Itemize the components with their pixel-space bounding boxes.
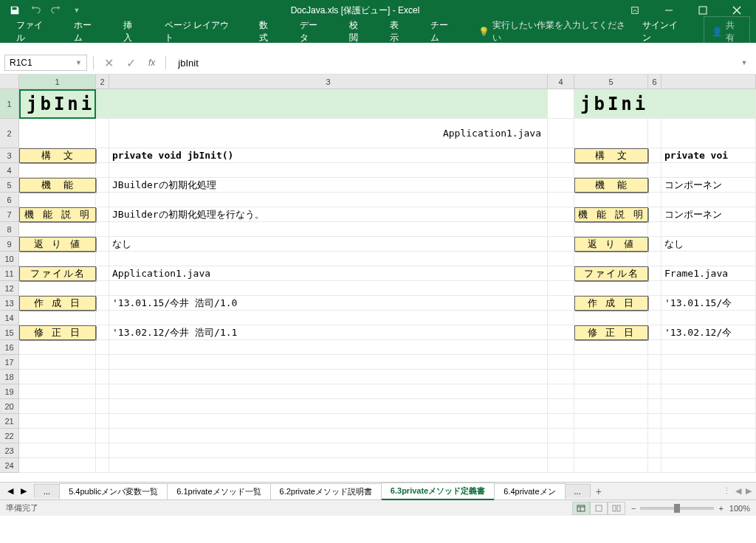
svg-rect-9 — [613, 505, 616, 511]
hscroll-right-icon[interactable]: ▶ — [746, 486, 752, 496]
view-pagebreak-button[interactable] — [608, 502, 625, 515]
label-func[interactable]: 機 能 — [19, 178, 96, 193]
col-header[interactable]: 2 — [96, 75, 109, 89]
active-cell[interactable]: jbInit — [19, 89, 96, 119]
tab-file[interactable]: ファイル — [6, 15, 61, 49]
zoom-thumb[interactable] — [674, 504, 680, 513]
fx-icon[interactable]: fx — [144, 58, 159, 68]
worksheet-tab-ellipsis-right[interactable]: ... — [565, 484, 591, 498]
row-header[interactable]: 9 — [0, 237, 19, 252]
col-header[interactable]: 5 — [574, 75, 648, 89]
formula-expand-button[interactable]: ▼ — [737, 59, 752, 66]
svg-rect-0 — [632, 7, 639, 14]
row-header[interactable]: 23 — [0, 443, 19, 458]
tab-home[interactable]: ホーム — [63, 15, 110, 49]
label-modified[interactable]: 修 正 日 — [19, 325, 96, 340]
row-header[interactable]: 19 — [0, 384, 19, 399]
label-created[interactable]: 作 成 日 — [19, 296, 96, 311]
formula-input[interactable] — [172, 55, 734, 71]
worksheet-tab[interactable]: 6.4privateメン — [494, 483, 565, 499]
row-header[interactable]: 16 — [0, 340, 19, 355]
share-button[interactable]: 👤 共有 — [704, 16, 750, 47]
status-ready: 準備完了 — [6, 502, 38, 513]
col-header[interactable]: 4 — [548, 75, 574, 89]
tab-formulas[interactable]: 数式 — [249, 15, 286, 49]
label-desc[interactable]: 機 能 説 明 — [19, 207, 96, 222]
select-all-corner[interactable] — [0, 75, 19, 89]
row-header[interactable]: 5 — [0, 178, 19, 193]
svg-rect-5 — [577, 505, 585, 511]
label-syntax2[interactable]: 構 文 — [574, 148, 648, 163]
value-file[interactable]: Application1.java — [109, 266, 548, 281]
zoom-slider[interactable]: − + — [631, 504, 724, 513]
row-header[interactable]: 15 — [0, 325, 19, 340]
cell-filename[interactable]: Application1.java — [109, 119, 548, 148]
view-normal-button[interactable] — [572, 502, 590, 515]
tab-team[interactable]: チーム — [420, 15, 467, 49]
undo-button[interactable] — [27, 1, 44, 19]
tab-scroll-left[interactable]: ◀ — [4, 485, 16, 498]
hscroll-left-icon[interactable]: ◀ — [735, 486, 741, 496]
tab-review[interactable]: 校閲 — [339, 15, 377, 49]
cancel-formula-button[interactable]: ✕ — [100, 55, 119, 71]
row-header[interactable]: 18 — [0, 370, 19, 384]
enter-formula-button[interactable]: ✓ — [122, 55, 141, 71]
worksheet-tab-active[interactable]: 6.3privateメソッド定義書 — [381, 483, 495, 500]
row-header[interactable]: 8 — [0, 222, 19, 237]
tab-splitter-icon[interactable]: ⋮ — [723, 486, 731, 496]
qat-customize-button[interactable]: ▼ — [68, 1, 86, 19]
row-header[interactable]: 21 — [0, 414, 19, 429]
worksheet-tab-ellipsis[interactable]: ... — [34, 484, 60, 498]
label-syntax[interactable]: 構 文 — [19, 148, 96, 163]
zoom-level[interactable]: 100% — [729, 504, 750, 513]
label-ret[interactable]: 返 り 値 — [19, 237, 96, 252]
value-ret[interactable]: なし — [109, 237, 548, 252]
tab-scroll-right[interactable]: ▶ — [18, 485, 30, 498]
redo-button[interactable] — [47, 1, 65, 19]
row-header[interactable]: 17 — [0, 355, 19, 370]
svg-rect-8 — [596, 505, 602, 511]
signin-button[interactable]: サインイン — [632, 15, 695, 49]
tab-data[interactable]: データ — [289, 15, 336, 49]
worksheet-grid[interactable]: 1 jbInit jbInit 2 Application1.java 3 構 … — [0, 89, 756, 482]
row-header[interactable]: 13 — [0, 296, 19, 311]
tab-pagelayout[interactable]: ページ レイアウト — [154, 15, 246, 49]
col-header[interactable]: 3 — [109, 75, 548, 89]
add-worksheet-button[interactable]: + — [590, 485, 608, 497]
row-header[interactable]: 14 — [0, 311, 19, 325]
value-func[interactable]: JBuilderの初期化処理 — [109, 178, 548, 193]
row-header[interactable]: 7 — [0, 207, 19, 222]
worksheet-tab[interactable]: 5.4publicメンバ変数一覧 — [59, 483, 168, 499]
name-box[interactable]: R1C1 ▼ — [4, 55, 87, 71]
zoom-in-button[interactable]: + — [718, 504, 723, 513]
cell-jbinit2[interactable]: jbInit — [574, 89, 648, 119]
row-header[interactable]: 24 — [0, 458, 19, 473]
row-header[interactable]: 22 — [0, 429, 19, 443]
row-header[interactable]: 20 — [0, 399, 19, 414]
worksheet-tab[interactable]: 6.1privateメソッド一覧 — [167, 483, 270, 499]
label-file[interactable]: ファイル名 — [19, 266, 96, 281]
row-header[interactable]: 12 — [0, 281, 19, 296]
row-header[interactable]: 4 — [0, 163, 19, 178]
value-created[interactable]: '13.01.15/今井 浩司/1.0 — [109, 296, 548, 311]
row-header[interactable]: 1 — [0, 89, 19, 119]
tab-view[interactable]: 表示 — [379, 15, 417, 49]
value-syntax[interactable]: private void jbInit() — [109, 148, 548, 163]
tab-insert[interactable]: 挿入 — [113, 15, 151, 49]
bulb-icon: 💡 — [478, 27, 489, 37]
value-modified[interactable]: '13.02.12/今井 浩司/1.1 — [109, 325, 548, 340]
col-header[interactable]: 1 — [19, 75, 96, 89]
col-header[interactable] — [662, 75, 756, 89]
row-header[interactable]: 6 — [0, 193, 19, 207]
tellme-search[interactable]: 💡 実行したい作業を入力してください — [478, 19, 629, 44]
row-header[interactable]: 10 — [0, 252, 19, 266]
worksheet-tab[interactable]: 6.2privateメソッド説明書 — [270, 483, 382, 499]
col-header[interactable]: 6 — [648, 75, 662, 89]
row-header[interactable]: 3 — [0, 148, 19, 163]
view-pagelayout-button[interactable] — [590, 502, 608, 515]
zoom-out-button[interactable]: − — [631, 504, 636, 513]
row-header[interactable]: 11 — [0, 266, 19, 281]
row-header[interactable]: 2 — [0, 119, 19, 148]
value-desc[interactable]: JBuilderの初期化処理を行なう。 — [109, 207, 548, 222]
person-icon: 👤 — [712, 27, 723, 37]
